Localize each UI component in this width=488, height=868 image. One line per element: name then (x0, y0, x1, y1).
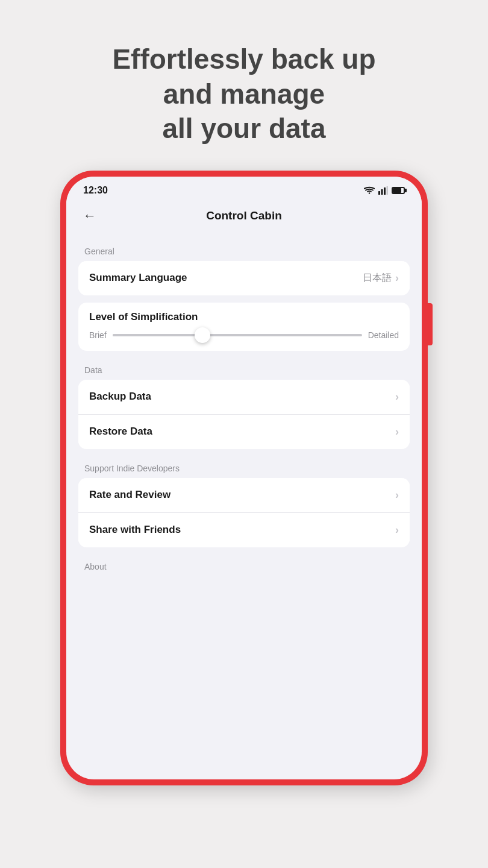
chevron-icon-rate: › (395, 489, 399, 502)
hero-title: Effortlessly back up and manage all your… (76, 42, 411, 146)
section-label-support: Support Indie Developers (78, 456, 410, 478)
back-button[interactable]: ← (81, 206, 99, 226)
battery-icon (392, 187, 405, 194)
settings-row-rate-review[interactable]: Rate and Review › (78, 478, 410, 512)
backup-data-label: Backup Data (89, 391, 151, 403)
nav-title: Control Cabin (99, 209, 389, 222)
slider-row: Level of Simplification Brief Detailed (78, 303, 410, 351)
status-icons (364, 186, 405, 195)
settings-card-data: Backup Data › Restore Data › (78, 380, 410, 449)
settings-content: General Summary Language 日本語 › Level of … (66, 233, 422, 779)
section-label-data: Data (78, 358, 410, 380)
share-friends-value: › (395, 524, 399, 536)
settings-row-share-friends[interactable]: Share with Friends › (78, 512, 410, 547)
summary-language-label: Summary Language (89, 272, 187, 284)
nav-bar: ← Control Cabin (66, 201, 422, 233)
phone-screen: 12:30 (66, 177, 422, 779)
chevron-icon: › (395, 272, 399, 285)
rate-review-value: › (395, 489, 399, 502)
svg-rect-3 (387, 186, 389, 195)
status-bar: 12:30 (66, 177, 422, 201)
slider-label-brief: Brief (89, 330, 107, 340)
simplification-title: Level of Simplification (89, 311, 399, 323)
svg-rect-2 (384, 187, 386, 195)
share-friends-label: Share with Friends (89, 524, 181, 536)
settings-card-support: Rate and Review › Share with Friends › (78, 478, 410, 547)
slider-label-detailed: Detailed (368, 330, 399, 340)
settings-card-simplification: Level of Simplification Brief Detailed (78, 303, 410, 351)
status-time: 12:30 (83, 185, 108, 196)
slider-thumb[interactable] (195, 327, 210, 343)
phone-frame: 12:30 (60, 171, 428, 785)
restore-data-value: › (395, 426, 399, 438)
svg-rect-0 (378, 191, 380, 195)
section-label-about: About (78, 555, 410, 576)
slider-track[interactable] (113, 334, 362, 336)
chevron-icon-restore: › (395, 426, 399, 438)
rate-review-label: Rate and Review (89, 489, 170, 501)
summary-language-value: 日本語 › (363, 272, 399, 285)
backup-data-value: › (395, 391, 399, 403)
summary-language-current: 日本語 (363, 272, 392, 285)
settings-row-summary-language[interactable]: Summary Language 日本語 › (78, 261, 410, 295)
wifi-icon (364, 186, 375, 195)
chevron-icon-share: › (395, 524, 399, 536)
signal-icon (378, 186, 388, 195)
settings-card-general: Summary Language 日本語 › (78, 261, 410, 295)
slider-container: Brief Detailed (89, 330, 399, 340)
settings-row-restore-data[interactable]: Restore Data › (78, 414, 410, 449)
slider-fill (113, 334, 207, 336)
chevron-icon-backup: › (395, 391, 399, 403)
settings-row-backup-data[interactable]: Backup Data › (78, 380, 410, 414)
back-arrow-icon: ← (83, 208, 96, 223)
svg-rect-1 (381, 189, 383, 195)
section-label-general: General (78, 239, 410, 261)
restore-data-label: Restore Data (89, 426, 152, 438)
